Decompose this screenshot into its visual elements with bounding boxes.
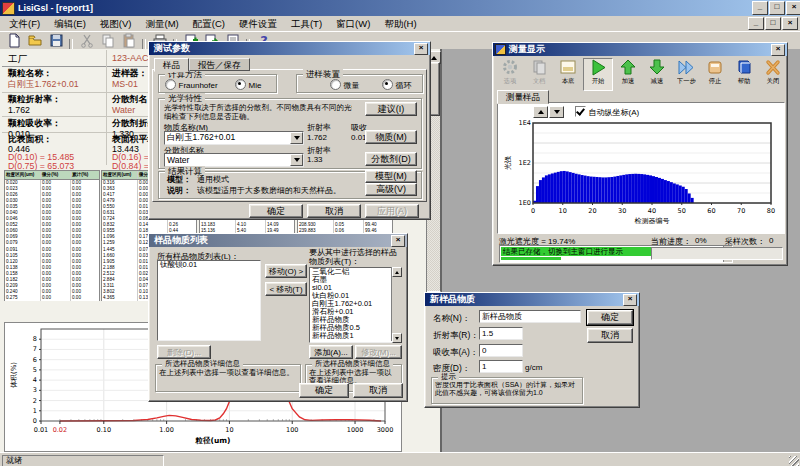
- list-item[interactable]: 新样品物质1: [310, 332, 392, 340]
- measure-toolbar-close-icon[interactable]: 关闭: [759, 59, 787, 90]
- radio-micro[interactable]: 微量: [330, 79, 360, 91]
- close-button[interactable]: ×: [786, 1, 800, 15]
- suggest-button[interactable]: 建议(I): [365, 102, 417, 116]
- measure-toolbar-next-step-icon[interactable]: 下一步: [672, 59, 700, 90]
- desc-value: 该模型适用于大多数磨细的和天然样品。: [197, 185, 341, 196]
- ok-button[interactable]: 确定: [299, 383, 349, 398]
- save-icon[interactable]: [45, 33, 66, 48]
- minimize-button[interactable]: _: [752, 1, 768, 15]
- cancel-button[interactable]: 取消: [307, 204, 361, 218]
- scale-down-button[interactable]: [549, 106, 564, 118]
- radio-loop[interactable]: 循环: [382, 79, 412, 91]
- main-titlebar: LisiGsl - [report1] _ □ ×: [0, 0, 800, 16]
- tab-measure-sample[interactable]: 测量样品: [497, 90, 549, 104]
- close-icon[interactable]: ×: [414, 43, 428, 55]
- menu-3[interactable]: 测量(M): [138, 17, 185, 32]
- apply-button[interactable]: 应用(A): [365, 204, 419, 218]
- material-button[interactable]: 物质(M): [365, 130, 417, 144]
- svg-text:100: 100: [286, 426, 298, 434]
- accelerate-icon: [618, 59, 638, 77]
- select-materials-list[interactable]: 三氧化二铝石墨si0.01钛白粉0.01白刚玉1.762+0.01滑石粉+0.0…: [309, 267, 393, 343]
- close-icon[interactable]: ×: [623, 294, 637, 306]
- menu-6[interactable]: 工具(T): [284, 17, 329, 32]
- scroll-up-button[interactable]: [392, 267, 402, 277]
- measure-toolbar-documents-icon[interactable]: 文档: [525, 59, 553, 90]
- move-right-button[interactable]: 移动(O) >: [265, 264, 307, 278]
- svg-text:1: 1: [33, 407, 37, 415]
- menu-5[interactable]: 硬件设置: [232, 17, 284, 32]
- report-header-value: 123-AAC: [112, 53, 149, 63]
- svg-text:4: 4: [33, 376, 37, 384]
- scroll-down-button[interactable]: [392, 333, 402, 343]
- svg-text:检测器编号: 检测器编号: [635, 217, 670, 225]
- measure-toolbar-background-icon[interactable]: 本底: [554, 59, 582, 90]
- density-field[interactable]: [479, 360, 523, 373]
- svg-text:1E0: 1E0: [519, 199, 531, 207]
- materials-list-scrollbar[interactable]: [391, 267, 401, 341]
- select-materials-label: 要从其中进行选择的样品物质列表(T)：: [309, 249, 403, 266]
- dialog-title: 测试参数: [151, 42, 414, 55]
- modify-button[interactable]: 修改(M)...: [355, 345, 402, 359]
- cancel-button[interactable]: 取消: [587, 328, 633, 343]
- ok-button[interactable]: 确定: [249, 204, 303, 218]
- dispersant-button[interactable]: 分散剂(D): [365, 152, 417, 166]
- ri-field[interactable]: [479, 327, 523, 340]
- auto-axis-checkbox[interactable]: 自动纵坐标(A): [575, 106, 639, 118]
- svg-text:70: 70: [737, 207, 745, 215]
- list-item[interactable]: 钛酸钡0.01: [158, 261, 260, 269]
- tab-report-save[interactable]: 报告／保存: [189, 58, 250, 71]
- child-minimize-button[interactable]: _: [748, 17, 764, 30]
- cancel-button[interactable]: 取消: [353, 383, 403, 398]
- cut-icon[interactable]: [76, 33, 97, 48]
- advanced-button[interactable]: 高级(V): [365, 183, 417, 196]
- open-file-icon[interactable]: [24, 33, 45, 48]
- svg-text:3: 3: [33, 386, 37, 394]
- radio-mie[interactable]: Mie: [235, 79, 261, 90]
- ok-button[interactable]: 确定: [587, 310, 633, 325]
- svg-text:0.01: 0.01: [34, 426, 48, 434]
- all-materials-list[interactable]: 钛酸钡0.01: [157, 260, 261, 341]
- close-icon[interactable]: ×: [391, 235, 405, 247]
- dialog-title: 新样品物质: [427, 293, 623, 306]
- dispersant-combo[interactable]: Water: [164, 153, 304, 167]
- measure-toolbar-accelerate-icon[interactable]: 加速: [614, 59, 642, 90]
- new-material-dialog: 新样品物质 × 名称(N)： 确定 取消 折射率(R)： 吸收率(A)： 密度(…: [424, 292, 640, 408]
- abs-field[interactable]: [479, 344, 523, 357]
- refractive-index-label: 折射率: [307, 122, 331, 133]
- move-left-button[interactable]: < 移动(T): [265, 282, 307, 296]
- child-restore-button[interactable]: □: [765, 17, 781, 30]
- menu-0[interactable]: 文件(F): [2, 17, 47, 32]
- chevron-down-icon: [290, 132, 303, 144]
- paste-icon[interactable]: [118, 33, 139, 48]
- measure-toolbar-start-icon[interactable]: 开始: [583, 58, 613, 91]
- svg-text:10: 10: [559, 207, 567, 215]
- child-close-button[interactable]: ×: [782, 17, 798, 30]
- menu-1[interactable]: 编辑(E): [47, 17, 93, 32]
- scale-up-button[interactable]: [533, 106, 548, 118]
- new-document-icon[interactable]: [3, 33, 24, 48]
- field-value: Water: [112, 105, 135, 115]
- menu-4[interactable]: 配置(C): [186, 17, 232, 32]
- measure-toolbar-gear-icon[interactable]: 选项: [496, 59, 524, 90]
- measure-toolbar-stop-icon[interactable]: 停止: [701, 59, 729, 90]
- copy-icon[interactable]: [97, 33, 118, 48]
- material-combo[interactable]: 白刚玉1.762+0.01: [164, 131, 304, 145]
- status-bar: 就绪: [0, 452, 800, 466]
- menu-8[interactable]: 帮助(H): [377, 17, 423, 32]
- measure-toolbar-help-icon[interactable]: 帮助: [730, 59, 758, 90]
- name-field[interactable]: [479, 310, 581, 323]
- svg-text:0.10: 0.10: [97, 426, 111, 434]
- radio-fraunhofer[interactable]: Fraunhofer: [165, 79, 218, 90]
- add-button[interactable]: 添加(A)...: [309, 345, 353, 359]
- close-icon[interactable]: ×: [771, 44, 785, 56]
- menu-bar: 文件(F)编辑(E)视图(V)测量(M)配置(C)硬件设置工具(T)窗口(W)帮…: [0, 16, 800, 32]
- svg-text:20: 20: [588, 207, 596, 215]
- ri-label: 折射率(R)：: [433, 330, 479, 342]
- menu-7[interactable]: 窗口(W): [329, 17, 377, 32]
- model-button[interactable]: 模型(M): [365, 170, 417, 183]
- delete-button[interactable]: 删除(D)...: [157, 345, 211, 359]
- measure-toolbar-decelerate-icon[interactable]: 减速: [643, 59, 671, 90]
- maximize-button[interactable]: □: [769, 1, 785, 15]
- menu-2[interactable]: 视图(V): [93, 17, 139, 32]
- tab-sample[interactable]: 样品: [154, 58, 189, 72]
